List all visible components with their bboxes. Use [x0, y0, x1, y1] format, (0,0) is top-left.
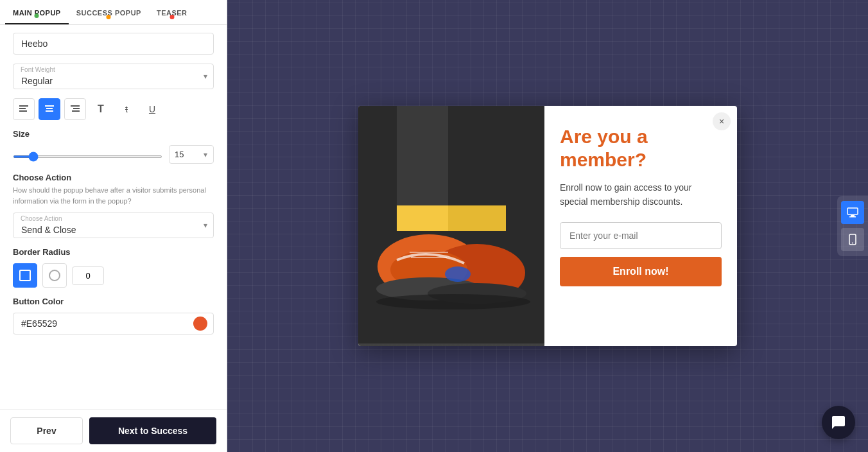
border-square-button[interactable] [13, 263, 37, 288]
svg-point-19 [445, 266, 471, 282]
strikethrough-button[interactable]: t [116, 98, 137, 120]
tab-teaser[interactable]: TEASER [149, 0, 195, 24]
svg-rect-23 [847, 208, 858, 214]
popup-content: × Are you a member? Enroll now to gain a… [544, 106, 737, 346]
choose-action-group: Choose Action How should the popup behav… [13, 173, 214, 238]
border-rounded-button[interactable] [42, 263, 67, 288]
choose-action-title: Choose Action [13, 173, 214, 182]
desktop-view-button[interactable] [841, 201, 864, 224]
svg-rect-8 [72, 110, 80, 112]
align-left-button[interactable] [13, 98, 35, 120]
popup-email-input[interactable] [560, 222, 722, 249]
popup-heading: Are you a member? [560, 125, 722, 171]
font-weight-select-wrapper: Font Weight Regular Bold Light ▾ [13, 64, 214, 89]
popup-close-button[interactable]: × [713, 112, 731, 130]
shoe-illustration [358, 106, 544, 343]
svg-rect-12 [397, 205, 455, 231]
border-radius-row [13, 263, 214, 288]
size-row: 15 12 14 16 18 20 ▾ [13, 145, 214, 164]
svg-rect-7 [73, 108, 80, 109]
svg-point-22 [376, 294, 530, 309]
panel-content: Font Weight Regular Bold Light ▾ [0, 25, 227, 409]
svg-rect-13 [448, 205, 506, 231]
left-panel: MAIN POPUP SUCCESS POPUP TEASER Font Wei… [0, 0, 227, 452]
svg-rect-0 [19, 105, 28, 107]
popup-enroll-button[interactable]: Enroll now! [560, 257, 722, 286]
square-icon [19, 270, 31, 281]
alignment-row: T t U [13, 98, 214, 120]
svg-rect-25 [849, 216, 856, 218]
font-weight-group: Font Weight Regular Bold Light ▾ [13, 64, 214, 89]
tab-dot-success [107, 15, 111, 19]
circle-icon [49, 270, 60, 281]
prev-button[interactable]: Prev [10, 417, 83, 444]
svg-rect-24 [851, 215, 855, 216]
border-radius-group: Border Radius [13, 247, 214, 288]
tab-dot-main [35, 13, 39, 18]
svg-rect-1 [19, 108, 26, 109]
choose-action-desc: How should the popup behave after a visi… [13, 185, 214, 206]
size-group: Size 15 12 14 16 18 20 ▾ [13, 129, 214, 164]
size-label: Size [13, 129, 214, 139]
tab-dot-teaser [169, 15, 174, 19]
border-radius-input[interactable] [72, 266, 104, 285]
font-weight-label: Font Weight [21, 66, 55, 73]
popup-modal: × Are you a member? Enroll now to gain a… [358, 106, 737, 346]
size-select-wrapper: 15 12 14 16 18 20 ▾ [169, 145, 214, 164]
underline-button[interactable]: U [141, 98, 163, 120]
button-color-group: Button Color [13, 297, 214, 335]
align-right-button[interactable] [64, 98, 86, 120]
button-color-label: Button Color [13, 297, 214, 306]
svg-rect-11 [448, 106, 506, 209]
size-select[interactable]: 15 12 14 16 18 20 [169, 145, 214, 164]
svg-rect-4 [46, 108, 53, 109]
button-color-input-wrapper [13, 313, 214, 335]
mobile-view-button[interactable] [841, 228, 864, 251]
popup-subtext: Enroll now to gain access to your specia… [560, 180, 722, 209]
svg-rect-3 [45, 105, 54, 107]
next-success-button[interactable]: Next to Success [89, 417, 216, 444]
svg-rect-6 [71, 105, 80, 107]
tab-bar: MAIN POPUP SUCCESS POPUP TEASER [0, 0, 227, 25]
font-family-group [13, 33, 214, 55]
size-slider[interactable] [13, 155, 162, 158]
svg-rect-10 [397, 106, 455, 209]
svg-rect-5 [46, 110, 53, 112]
size-slider-wrapper [13, 149, 162, 161]
font-family-input[interactable] [13, 33, 214, 55]
button-color-input[interactable] [13, 313, 214, 335]
device-icons [837, 196, 868, 256]
chat-bubble-button[interactable] [822, 406, 855, 439]
align-center-button[interactable] [39, 98, 60, 120]
svg-rect-2 [19, 110, 27, 112]
tab-success-popup[interactable]: SUCCESS POPUP [69, 0, 149, 24]
border-radius-label: Border Radius [13, 247, 214, 257]
choose-action-label: Choose Action [21, 215, 62, 222]
svg-point-27 [852, 243, 853, 244]
button-color-swatch[interactable] [193, 317, 207, 331]
tab-main-popup[interactable]: MAIN POPUP [5, 0, 69, 24]
popup-image [358, 106, 544, 346]
preview-area: × Are you a member? Enroll now to gain a… [227, 0, 868, 452]
bottom-bar: Prev Next to Success [0, 409, 227, 452]
bold-button[interactable]: T [90, 98, 112, 120]
choose-action-select-wrapper: Choose Action Send & Close Send & Redire… [13, 213, 214, 238]
